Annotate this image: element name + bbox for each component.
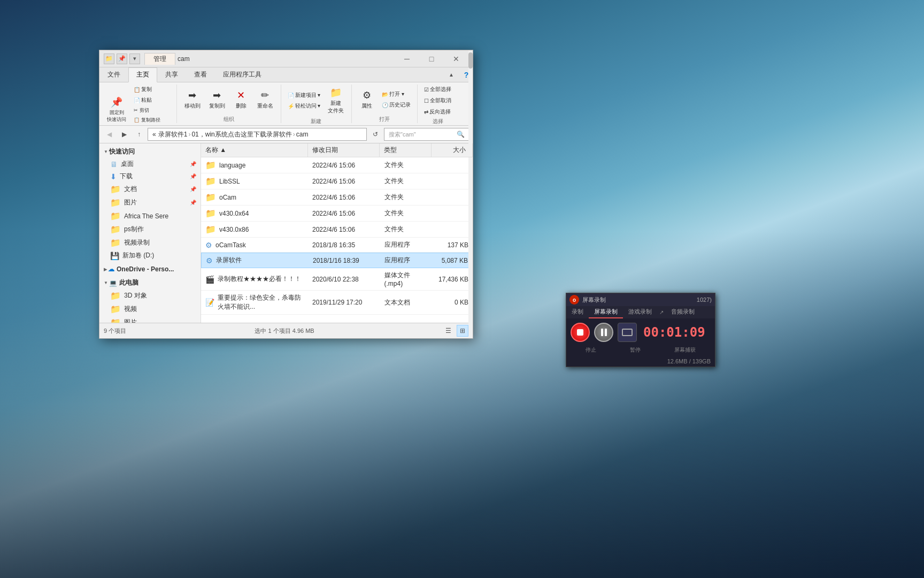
delete-btn[interactable]: ✕ 删除: [230, 87, 252, 112]
sidebar-item-drive-d[interactable]: 💾 新加卷 (D:): [99, 249, 201, 262]
recording-timer: 00:01:09: [643, 325, 705, 340]
organize-items: ➡ 移动到 ➡ 复制到 ✕ 删除 ✏ 重命名: [181, 85, 276, 115]
onedrive-arrow: ▶: [104, 267, 107, 272]
title-bar: 📁 📌 ▾ 管理 cam ─ □ ✕: [99, 50, 473, 67]
ribbon-collapse-btn[interactable]: ▲: [445, 69, 458, 81]
tab-file[interactable]: 文件: [99, 67, 128, 82]
select-none-icon: ☐: [424, 98, 429, 104]
forward-btn[interactable]: ▶: [118, 128, 130, 141]
sidebar-section-this-pc: ▼ 💻 此电脑 📁 3D 对象 📁 视频 📁 图片: [99, 277, 201, 323]
sidebar-item-downloads[interactable]: ⬇ 下载 📌: [99, 170, 201, 182]
title-bar-quick-access: 📁 📌 ▾: [104, 54, 140, 64]
ps-folder-icon: 📁: [110, 224, 121, 234]
ocam-tab-game[interactable]: 游戏录制: [623, 306, 657, 318]
sidebar-item-pictures-pc[interactable]: 📁 图片: [99, 316, 201, 323]
open-btn[interactable]: 📂 打开 ▾: [380, 89, 413, 99]
col-header-size[interactable]: 大小: [432, 143, 473, 157]
copy-to-btn[interactable]: ➡ 复制到: [206, 87, 228, 112]
paste-icon: 📄: [134, 97, 140, 103]
col-header-date[interactable]: 修改日期: [308, 143, 380, 157]
new-item-btn[interactable]: 📄 新建项目 ▾: [286, 90, 323, 100]
sidebar-item-video[interactable]: 📁 视频: [99, 302, 201, 316]
invert-icon: ⇄: [424, 109, 428, 115]
up-btn[interactable]: ↑: [133, 128, 145, 141]
stop-icon: [577, 329, 583, 336]
sidebar-item-documents[interactable]: 📁 文档 📌: [99, 182, 201, 196]
file-list-header: 名称 ▲ 修改日期 类型 大小: [201, 143, 473, 157]
pause-bar-1: [601, 329, 603, 336]
table-row[interactable]: 📁 oCam 2022/4/6 15:06 文件夹: [201, 189, 473, 206]
paste-btn[interactable]: 📄 粘贴: [132, 95, 172, 105]
rename-btn[interactable]: ✏ 重命名: [254, 87, 276, 112]
ocam-tab-audio[interactable]: 音频录制: [666, 306, 700, 318]
sidebar-header-this-pc[interactable]: ▼ 💻 此电脑: [99, 277, 201, 289]
table-row[interactable]: 📁 LibSSL 2022/4/6 15:06 文件夹: [201, 173, 473, 189]
table-row[interactable]: 📝 重要提示：绿色安全，杀毒防火墙不能识... 2019/11/29 17:20…: [201, 291, 473, 315]
select-none-btn[interactable]: ☐ 全部取消: [422, 96, 453, 105]
onedrive-icon: ☁: [108, 265, 114, 273]
this-pc-icon: 💻: [109, 279, 117, 287]
status-bar: 9 个项目 选中 1 个项目 4.96 MB ☰ ⊞: [99, 323, 473, 338]
path-part-2[interactable]: 01，win系统点击这里下载录屏软件: [191, 130, 291, 139]
properties-btn[interactable]: ⚙ 属性: [356, 87, 378, 112]
table-row[interactable]: ⚙ 录屏软件 2018/1/16 18:39 应用程序 5,087 KB: [201, 253, 473, 268]
screen-capture-button[interactable]: [618, 323, 637, 342]
tab-apptools[interactable]: 应用程序工具: [215, 67, 270, 82]
video-file-icon: 🎬: [205, 275, 214, 284]
tab-view[interactable]: 查看: [186, 67, 215, 82]
col-header-type[interactable]: 类型: [380, 143, 431, 157]
table-row[interactable]: 📁 v430.0x64 2022/4/6 15:06 文件夹: [201, 206, 473, 222]
table-row[interactable]: 🎬 录制教程★★★★必看！！！ 2020/6/10 22:38 媒体文件(.mp…: [201, 268, 473, 291]
back-btn[interactable]: ◀: [103, 128, 116, 141]
sidebar-header-onedrive[interactable]: ▶ ☁ OneDrive - Perso...: [99, 264, 201, 275]
easy-access-btn[interactable]: ⚡ 轻松访问 ▾: [286, 101, 323, 111]
stop-button[interactable]: [571, 323, 590, 342]
title-tab-manage[interactable]: 管理: [144, 53, 175, 65]
sidebar-item-africa[interactable]: 📁 Africa The Sere: [99, 209, 201, 223]
select-all-btn[interactable]: ☑ 全部选择: [422, 85, 453, 94]
search-icon[interactable]: 🔍: [457, 131, 465, 138]
move-to-btn[interactable]: ➡ 移动到: [181, 87, 204, 112]
pause-bar-2: [605, 329, 607, 336]
path-part-3[interactable]: cam: [296, 131, 309, 138]
minimize-button[interactable]: ─: [395, 50, 419, 67]
explorer-main: ▼ 快速访问 🖥 桌面 📌 ⬇ 下载 📌 📁: [99, 143, 473, 323]
new-folder-btn[interactable]: 📁 新建文件夹: [325, 85, 347, 117]
ocam-tabs: 录制 屏幕录制 游戏录制 ↗ 音频录制: [566, 306, 715, 318]
africa-folder-icon: 📁: [110, 211, 121, 221]
tab-share[interactable]: 共享: [157, 67, 186, 82]
pin-quick-access-btn[interactable]: 📌 固定到快速访问: [104, 94, 129, 125]
close-button[interactable]: ✕: [444, 50, 468, 67]
sidebar-item-ps[interactable]: 📁 ps制作: [99, 223, 201, 236]
table-row[interactable]: 📁 v430.0x86 2022/4/6 15:06 文件夹: [201, 222, 473, 238]
path-part-1[interactable]: 录屏软件1: [158, 130, 188, 139]
ocam-tab-screen[interactable]: 屏幕录制: [589, 306, 623, 318]
copy-path-btn[interactable]: 📋 复制路径: [132, 116, 172, 125]
search-box[interactable]: 搜索"cam" 🔍: [384, 128, 469, 141]
refresh-btn[interactable]: ↺: [369, 128, 382, 141]
pin-indicator-pic: 📌: [190, 200, 196, 206]
history-btn[interactable]: 🕐 历史记录: [380, 100, 413, 110]
maximize-button[interactable]: □: [419, 50, 444, 67]
table-row[interactable]: 📁 language 2022/4/6 15:06 文件夹: [201, 157, 473, 173]
sidebar-item-3d[interactable]: 📁 3D 对象: [99, 289, 201, 302]
africa-label: Africa The Sere: [124, 212, 168, 220]
pause-button[interactable]: [594, 323, 613, 342]
screenrec-folder-icon: 📁: [110, 238, 121, 248]
sidebar-header-quick-access[interactable]: ▼ 快速访问: [99, 146, 201, 158]
address-path[interactable]: « 录屏软件1 › 01，win系统点击这里下载录屏软件 › cam: [148, 128, 367, 141]
copy-btn[interactable]: 📋 复制: [132, 85, 172, 94]
list-view-btn[interactable]: ⊞: [457, 325, 468, 337]
sidebar-item-desktop[interactable]: 🖥 桌面 📌: [99, 158, 201, 170]
sidebar-item-pictures[interactable]: 📁 图片 📌: [99, 196, 201, 209]
ocam-tab-record[interactable]: 录制: [566, 306, 589, 318]
tab-home[interactable]: 主页: [128, 67, 157, 82]
detail-view-btn[interactable]: ☰: [443, 325, 455, 337]
pin-indicator: 📌: [190, 161, 196, 167]
table-row[interactable]: ⚙ oCamTask 2018/1/8 16:35 应用程序 137 KB: [201, 238, 473, 253]
sidebar-item-screenrec[interactable]: 📁 视频录制: [99, 236, 201, 249]
col-header-name[interactable]: 名称 ▲: [201, 143, 308, 157]
invert-select-btn[interactable]: ⇄ 反向选择: [422, 107, 453, 117]
dropdown-icon-small[interactable]: ▾: [129, 54, 140, 64]
cut-btn[interactable]: ✂ 剪切: [132, 106, 172, 115]
